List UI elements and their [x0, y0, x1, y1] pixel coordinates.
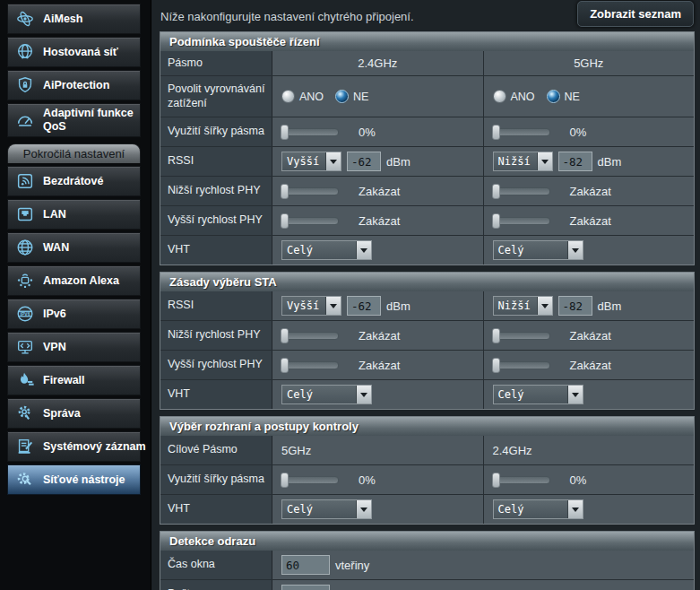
phy-less-5g-slider[interactable]: [493, 187, 550, 195]
phy-less-row: Nižší rychlost PHY Zakázat Zakázat: [160, 176, 694, 205]
bandwidth-row: Využití šířky pásma 0% 0%: [160, 464, 694, 494]
select-value: Celý: [282, 500, 356, 518]
bandwidth-2g4-slider[interactable]: [281, 128, 339, 136]
radio-no-label[interactable]: NE: [565, 91, 580, 103]
iface-vht-2g4-select[interactable]: Celý: [281, 499, 372, 519]
iface-bandwidth-2g4-slider[interactable]: [281, 476, 339, 484]
rssi-5g-operator-select[interactable]: Nižší: [493, 152, 553, 171]
rssi-2g4-operator-select[interactable]: Vyšší: [281, 152, 341, 171]
lan-port-icon: [13, 204, 38, 225]
slider-handle[interactable]: [281, 358, 289, 373]
target-band-row: Cílové Pásmo 5GHz 2.4GHz: [160, 436, 694, 464]
sta-phy-less-2g4-slider[interactable]: [281, 332, 339, 340]
vht-5g-cell: Celý: [483, 236, 695, 265]
rssi-unit: dBm: [598, 155, 622, 169]
chevron-down-icon: [537, 297, 552, 315]
sidebar-item-firewall[interactable]: Firewall: [7, 365, 141, 395]
slider-handle[interactable]: [281, 125, 289, 140]
sta-rssi-5g-value-input[interactable]: [558, 296, 592, 316]
load-balance-5g-no-radio[interactable]: [547, 90, 560, 103]
slider-handle[interactable]: [281, 184, 289, 199]
sidebar-item-aiprotection[interactable]: AiProtection: [7, 70, 141, 100]
sidebar-item-label: Správa: [43, 407, 81, 421]
iface-vht-5g-select[interactable]: Celý: [493, 499, 583, 519]
rssi-2g4-value-input[interactable]: [347, 152, 381, 171]
vht-label: VHT: [160, 495, 272, 524]
phy-greater-2g4-cell: Zakázat: [272, 206, 483, 235]
counts-input[interactable]: [281, 585, 330, 590]
main-content: Níže nakonfigurujte nastavení chytrého p…: [151, 0, 700, 590]
slider-handle[interactable]: [492, 473, 500, 488]
sidebar-item-label: Systémový záznam: [43, 440, 146, 454]
sidebar-item-guest-network[interactable]: Hostovaná síť: [7, 37, 141, 67]
sidebar-item-network-tools[interactable]: Síťové nástroje: [7, 464, 141, 495]
slider-handle[interactable]: [492, 213, 500, 229]
slider-handle[interactable]: [281, 473, 289, 488]
target-band-5g-value: 2.4GHz: [483, 436, 695, 464]
radio-yes-label[interactable]: ANO: [511, 91, 535, 103]
rssi-unit: dBm: [598, 299, 622, 313]
sta-phy-greater-5g-slider[interactable]: [493, 361, 550, 369]
show-list-button[interactable]: Zobrazit seznam: [577, 1, 694, 27]
sidebar-item-system-log[interactable]: Systémový záznam: [7, 431, 141, 462]
sidebar-item-wireless[interactable]: Bezdrátové: [7, 166, 141, 196]
load-balance-2g4-no-radio[interactable]: [335, 90, 349, 103]
phy-greater-5g-slider[interactable]: [493, 217, 550, 225]
bandwidth-5g-slider[interactable]: [493, 128, 550, 136]
slider-handle[interactable]: [492, 184, 500, 199]
rssi-5g-value-input[interactable]: [558, 152, 592, 171]
radio-no-label[interactable]: NE: [353, 91, 368, 103]
phy-less-5g-value: Zakázat: [570, 185, 611, 198]
load-balance-2g4-cell: ANO NE: [272, 76, 483, 117]
window-time-input[interactable]: [281, 555, 330, 575]
sidebar-item-adaptive-qos[interactable]: Adaptivní funkce QoS: [7, 103, 141, 137]
rssi-unit: dBm: [386, 155, 410, 169]
app-window: AiMesh Hostovaná síť: [0, 0, 700, 590]
chevron-down-icon: [356, 241, 371, 259]
advanced-settings-header: Pokročilá nastavení: [7, 143, 141, 163]
counts-cell: [272, 580, 694, 590]
slider-handle[interactable]: [281, 328, 289, 343]
sidebar-item-administration[interactable]: Správa: [7, 398, 141, 429]
sidebar-item-label: AiMesh: [43, 13, 82, 26]
sta-vht-2g4-select[interactable]: Celý: [281, 385, 372, 404]
iface-bandwidth-5g-slider[interactable]: [493, 476, 550, 484]
sta-vht-5g-select[interactable]: Celý: [493, 385, 583, 404]
slider-handle[interactable]: [492, 358, 500, 373]
load-balance-5g-yes-radio[interactable]: [493, 90, 506, 103]
sidebar-item-label: VPN: [43, 341, 66, 354]
sidebar-item-amazon-alexa[interactable]: Amazon Alexa: [7, 265, 141, 296]
sta-phy-less-5g-slider[interactable]: [493, 332, 550, 340]
phy-greater-row: Vyšší rychlost PHY Zakázat Zakázat: [160, 350, 694, 379]
load-balance-5g-cell: ANO NE: [483, 76, 695, 117]
sidebar-item-wan[interactable]: WAN: [7, 232, 141, 263]
sta-rssi-2g4-operator-select[interactable]: Vyšší: [281, 296, 341, 316]
ipv6-globe-icon: IPV6: [13, 303, 38, 325]
phy-greater-2g4-slider[interactable]: [281, 217, 339, 225]
bandwidth-row: Využití šířky pásma 0% 0%: [160, 117, 694, 146]
slider-handle[interactable]: [492, 328, 500, 343]
load-balance-2g4-yes-radio[interactable]: [281, 90, 295, 103]
sta-rssi-5g-operator-select[interactable]: Nižší: [493, 296, 553, 316]
select-value: Celý: [494, 241, 567, 259]
sidebar-item-label: AiProtection: [43, 79, 109, 92]
phy-less-2g4-slider[interactable]: [281, 187, 339, 195]
vht-5g-select[interactable]: Celý: [493, 240, 583, 260]
vht-2g4-select[interactable]: Celý: [281, 240, 372, 260]
select-value: Celý: [494, 500, 567, 518]
sta-phy-greater-2g4-slider[interactable]: [281, 361, 339, 369]
aimesh-icon: [13, 8, 38, 30]
vht-row: VHT Celý Celý: [160, 235, 694, 265]
chevron-down-icon: [325, 297, 341, 315]
sta-rssi-2g4-value-input[interactable]: [347, 296, 381, 316]
sidebar-item-vpn[interactable]: VPN: [7, 332, 141, 362]
rssi-row: RSSI Vyšší dBm Nižší: [160, 291, 694, 320]
sidebar-item-lan[interactable]: LAN: [7, 199, 141, 230]
sidebar-item-ipv6[interactable]: IPV6 IPv6: [7, 299, 141, 329]
radio-yes-label[interactable]: ANO: [299, 91, 324, 103]
slider-handle[interactable]: [492, 125, 500, 140]
slider-handle[interactable]: [281, 213, 289, 229]
phy-less-row: Nižší rychlost PHY Zakázat Zakázat: [160, 320, 694, 350]
sidebar-item-aimesh[interactable]: AiMesh: [7, 4, 141, 34]
phy-greater-row: Vyšší rychlost PHY Zakázat Zakázat: [160, 205, 694, 235]
